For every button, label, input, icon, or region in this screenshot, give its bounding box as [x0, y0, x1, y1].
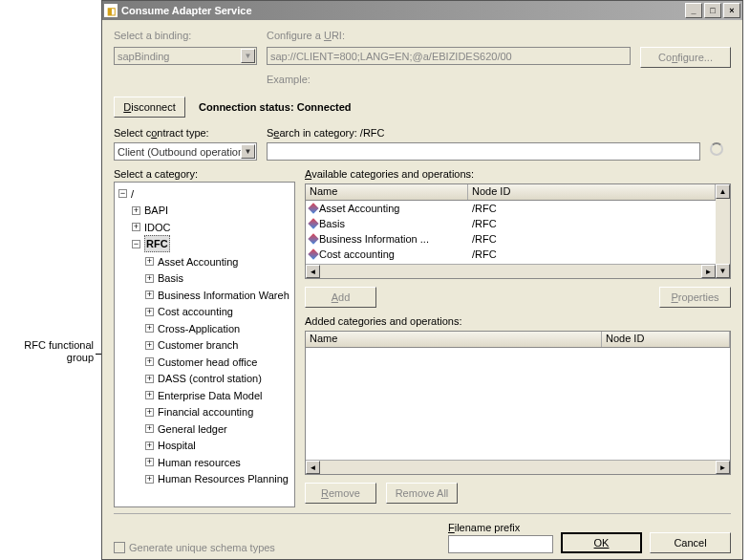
tree-node[interactable]: +Hospital: [145, 438, 196, 453]
titlebar[interactable]: ◧ Consume Adapter Service _ □ ×: [102, 1, 742, 20]
expand-icon[interactable]: +: [145, 458, 154, 466]
ok-button[interactable]: OK: [561, 532, 642, 553]
add-button[interactable]: Add: [305, 287, 376, 308]
checkbox-icon: [114, 542, 125, 553]
available-label: Available categories and operations:: [305, 168, 731, 180]
expand-icon[interactable]: +: [132, 223, 140, 231]
uri-textbox: sap://CLIENT=800;LANG=EN;@a/EBIZIDES620/…: [267, 47, 631, 65]
window-title: Consume Adapter Service: [121, 5, 683, 16]
example-label: Example:: [267, 74, 631, 85]
properties-button[interactable]: Properties: [659, 287, 731, 308]
expand-icon[interactable]: +: [145, 424, 154, 433]
expand-icon[interactable]: +: [145, 391, 154, 399]
search-spinner-icon: [710, 142, 723, 156]
scroll-down-icon[interactable]: ▼: [716, 264, 730, 278]
binding-label: Select a binding:: [114, 30, 257, 41]
available-listview[interactable]: Name Node ID Asset Accounting/RFCBasis/R…: [305, 183, 731, 279]
cancel-button[interactable]: Cancel: [650, 532, 731, 553]
expand-icon[interactable]: +: [145, 257, 154, 266]
remove-all-button[interactable]: Remove All: [386, 483, 458, 504]
tree-node[interactable]: +Business Information Wareh: [145, 288, 289, 303]
client-area: Select a binding: Configure a URI: sapBi…: [102, 20, 742, 559]
expand-icon[interactable]: +: [145, 408, 154, 417]
scroll-right-icon[interactable]: ►: [716, 461, 730, 474]
maximize-button[interactable]: □: [704, 3, 721, 18]
tree-node[interactable]: +IDOC: [132, 220, 171, 235]
tree-node[interactable]: +Basis: [145, 270, 183, 286]
scroll-left-icon[interactable]: ◄: [306, 265, 320, 278]
tree-node[interactable]: +Cross-Application: [145, 321, 240, 336]
contract-value: Client (Outbound operations): [118, 146, 252, 158]
tree-node[interactable]: +Cost accounting: [145, 304, 233, 319]
configure-button: Configure...: [640, 47, 731, 68]
list-item[interactable]: Business Information .../RFC: [306, 231, 716, 247]
scroll-up-icon[interactable]: ▲: [716, 184, 730, 199]
category-tree[interactable]: −/+BAPI+IDOC−RFC+Asset Accounting+Basis+…: [114, 182, 295, 507]
expand-icon[interactable]: +: [145, 324, 154, 333]
disconnect-button[interactable]: Disconnect: [114, 97, 185, 118]
expand-icon[interactable]: +: [145, 442, 154, 450]
close-button[interactable]: ×: [723, 3, 740, 18]
h-scrollbar[interactable]: ◄ ►: [306, 264, 716, 278]
h-scrollbar[interactable]: ◄ ►: [306, 460, 730, 474]
scroll-left-icon[interactable]: ◄: [306, 461, 320, 474]
tree-node[interactable]: +Customer head office: [145, 355, 257, 370]
tree-root-node[interactable]: −/: [118, 186, 134, 202]
filename-prefix-input[interactable]: [448, 535, 553, 553]
expand-icon[interactable]: +: [132, 206, 140, 215]
col-name[interactable]: Name: [306, 184, 468, 200]
list-item[interactable]: Cost accounting/RFC: [306, 247, 716, 262]
available-header[interactable]: Name Node ID: [306, 184, 716, 201]
list-item[interactable]: Basis/RFC: [306, 216, 716, 231]
tree-node[interactable]: +Enterprise Data Model: [145, 388, 262, 403]
tree-node[interactable]: +Customer branch: [145, 337, 238, 353]
expand-icon[interactable]: −: [132, 240, 140, 248]
connection-status: Connection status: Connected: [199, 101, 352, 113]
tree-node[interactable]: +Financial accounting: [145, 404, 253, 420]
expand-icon[interactable]: +: [145, 291, 154, 299]
added-label: Added categories and operations:: [305, 315, 731, 327]
tree-node[interactable]: +DASS (control station): [145, 371, 262, 386]
tree-node[interactable]: +Human Resources Planning: [145, 471, 289, 486]
collapse-icon[interactable]: −: [118, 189, 127, 198]
added-header[interactable]: Name Node ID: [306, 332, 730, 348]
remove-button[interactable]: Remove: [305, 483, 376, 504]
category-icon: [308, 218, 318, 228]
filename-prefix-label: Filename prefix: [448, 522, 553, 533]
annotation-label: RFC functional group: [8, 339, 94, 364]
expand-icon[interactable]: +: [145, 357, 154, 366]
chevron-down-icon[interactable]: ▼: [241, 144, 255, 159]
category-icon: [308, 203, 318, 213]
tree-node[interactable]: +BAPI: [132, 203, 168, 218]
minimize-button[interactable]: _: [685, 3, 702, 18]
tree-node[interactable]: +General ledger: [145, 421, 227, 437]
chevron-down-icon: ▼: [241, 49, 255, 63]
contract-combo[interactable]: Client (Outbound operations) ▼: [114, 142, 257, 161]
tree-node[interactable]: −RFC: [132, 235, 170, 252]
col-nodeid[interactable]: Node ID: [468, 184, 716, 200]
contract-label: Select contract type:: [114, 127, 257, 139]
expand-icon[interactable]: +: [145, 475, 154, 484]
tree-node[interactable]: +Human resources: [145, 455, 241, 470]
generate-schema-checkbox: Generate unique schema types: [114, 542, 440, 553]
scroll-right-icon[interactable]: ►: [701, 265, 716, 278]
expand-icon[interactable]: +: [145, 341, 154, 350]
col-nodeid[interactable]: Node ID: [602, 332, 730, 347]
binding-value: sapBinding: [118, 51, 169, 62]
search-input[interactable]: [267, 142, 700, 161]
expand-icon[interactable]: +: [145, 274, 154, 283]
expand-icon[interactable]: +: [145, 375, 154, 383]
v-scrollbar[interactable]: ▲ ▼: [716, 184, 730, 278]
col-name[interactable]: Name: [306, 332, 602, 347]
category-icon: [308, 248, 318, 259]
category-label: Select a category:: [114, 168, 295, 180]
app-icon: ◧: [104, 4, 118, 17]
added-listview[interactable]: Name Node ID ◄ ►: [305, 331, 731, 475]
category-icon: [308, 233, 318, 244]
binding-combo: sapBinding ▼: [114, 47, 257, 65]
list-item[interactable]: Asset Accounting/RFC: [306, 201, 716, 216]
uri-label: Configure a URI:: [267, 30, 631, 41]
search-label: Search in category: /RFC: [267, 127, 700, 139]
tree-node[interactable]: +Asset Accounting: [145, 254, 238, 269]
expand-icon[interactable]: +: [145, 308, 154, 316]
